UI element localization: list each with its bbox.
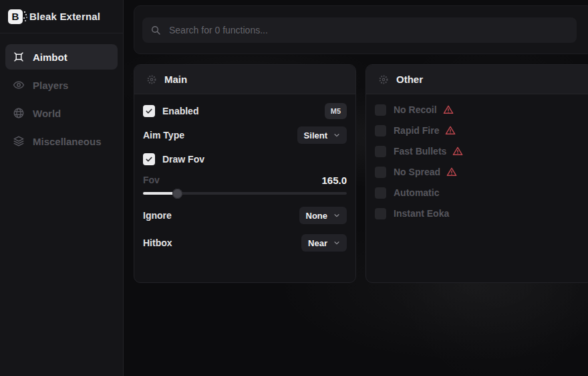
sidebar-item-label: Aimbot: [33, 52, 67, 63]
sidebar-item-label: World: [33, 108, 61, 119]
enabled-row: Enabled M5: [143, 102, 347, 120]
fov-value: 165.0: [321, 175, 347, 186]
no-recoil-row: No Recoil: [375, 102, 584, 117]
app-window: B Bleak External Aimbot: [0, 0, 588, 376]
sidebar-item-players[interactable]: Players: [5, 72, 118, 98]
keybind-button[interactable]: M5: [325, 103, 347, 119]
aim-type-dropdown[interactable]: Silent: [297, 126, 347, 144]
no-recoil-label: No Recoil: [394, 104, 437, 115]
chevron-down-icon: [333, 132, 340, 138]
rapid-fire-label: Rapid Fire: [394, 125, 439, 136]
panel-main-header: Main: [134, 65, 355, 94]
check-icon: [145, 155, 153, 163]
search-toolbar: Search for 0 functions...: [134, 5, 588, 54]
content-area: Search for 0 functions... Main: [124, 0, 588, 376]
sidebar-item-label: Players: [33, 80, 68, 91]
automatic-checkbox[interactable]: [375, 187, 386, 199]
automatic-label: Automatic: [394, 187, 439, 198]
draw-fov-row: Draw Fov: [143, 151, 347, 168]
fast-bullets-label: Fast Bullets: [394, 146, 446, 157]
sidebar-item-world[interactable]: World: [5, 100, 118, 126]
aim-type-row: Aim Type Silent: [143, 126, 347, 144]
fast-bullets-row: Fast Bullets: [375, 144, 584, 159]
warning-icon: [446, 167, 457, 177]
chevron-down-icon: [333, 240, 340, 246]
fov-slider[interactable]: [143, 188, 347, 199]
hitbox-row: Hitbox Near: [143, 234, 347, 252]
hitbox-dropdown[interactable]: Near: [301, 234, 347, 252]
panel-other: Other No Recoil Rapid Fire: [365, 64, 588, 283]
ignore-label: Ignore: [143, 210, 172, 221]
hitbox-value: Near: [308, 238, 327, 248]
sidebar-item-aimbot[interactable]: Aimbot: [5, 44, 118, 70]
fov-label: Fov: [143, 175, 160, 185]
instant-eoka-row: Instant Eoka: [375, 206, 584, 221]
panel-main: Main Enabled M5 Aim Type: [134, 64, 356, 283]
panel-title: Main: [164, 74, 187, 85]
crosshair-icon: [13, 51, 25, 63]
eye-icon: [13, 79, 25, 91]
sidebar-nav: Aimbot Players: [0, 33, 123, 154]
aim-type-label: Aim Type: [143, 130, 184, 140]
rapid-fire-checkbox[interactable]: [375, 125, 386, 136]
fast-bullets-checkbox[interactable]: [375, 146, 386, 157]
sidebar-header: B Bleak External: [0, 0, 123, 33]
sidebar-item-miscellaneous[interactable]: Miscellaneous: [5, 128, 118, 154]
enabled-label: Enabled: [162, 106, 198, 116]
gear-icon: [378, 74, 389, 85]
panel-title: Other: [396, 74, 423, 85]
automatic-row: Automatic: [375, 185, 584, 200]
sidebar: B Bleak External Aimbot: [0, 0, 124, 376]
fov-row: Fov 165.0: [143, 173, 347, 187]
hitbox-label: Hitbox: [143, 238, 172, 248]
app-logo-icon: B: [8, 9, 23, 24]
gear-icon: [146, 74, 157, 85]
no-spread-label: No Spread: [394, 167, 440, 177]
globe-icon: [13, 107, 25, 119]
layers-icon: [13, 135, 25, 147]
app-title: Bleak External: [29, 11, 100, 22]
aim-type-value: Silent: [304, 130, 327, 140]
no-recoil-checkbox[interactable]: [375, 104, 386, 116]
instant-eoka-label: Instant Eoka: [394, 208, 449, 219]
ignore-dropdown[interactable]: None: [299, 207, 347, 224]
instant-eoka-checkbox[interactable]: [375, 208, 386, 219]
sidebar-item-label: Miscellaneous: [33, 136, 102, 147]
ignore-row: Ignore None: [143, 207, 347, 224]
no-spread-checkbox[interactable]: [375, 167, 386, 178]
search-icon: [150, 25, 161, 35]
panel-other-body: No Recoil Rapid Fire: [366, 94, 588, 221]
fov-slider-thumb[interactable]: [172, 189, 182, 199]
enabled-checkbox[interactable]: [143, 105, 155, 117]
warning-icon: [445, 125, 456, 136]
panel-main-body: Enabled M5 Aim Type Silent: [134, 94, 355, 252]
no-spread-row: No Spread: [375, 165, 584, 179]
chevron-down-icon: [333, 212, 340, 219]
panel-other-header: Other: [366, 65, 588, 94]
check-icon: [145, 107, 153, 115]
warning-icon: [452, 146, 463, 157]
ignore-value: None: [306, 211, 328, 221]
search-placeholder: Search for 0 functions...: [169, 25, 268, 35]
rapid-fire-row: Rapid Fire: [375, 123, 584, 138]
search-input[interactable]: Search for 0 functions...: [142, 17, 577, 43]
draw-fov-checkbox[interactable]: [143, 153, 155, 165]
warning-icon: [443, 104, 454, 115]
draw-fov-label: Draw Fov: [162, 154, 204, 165]
